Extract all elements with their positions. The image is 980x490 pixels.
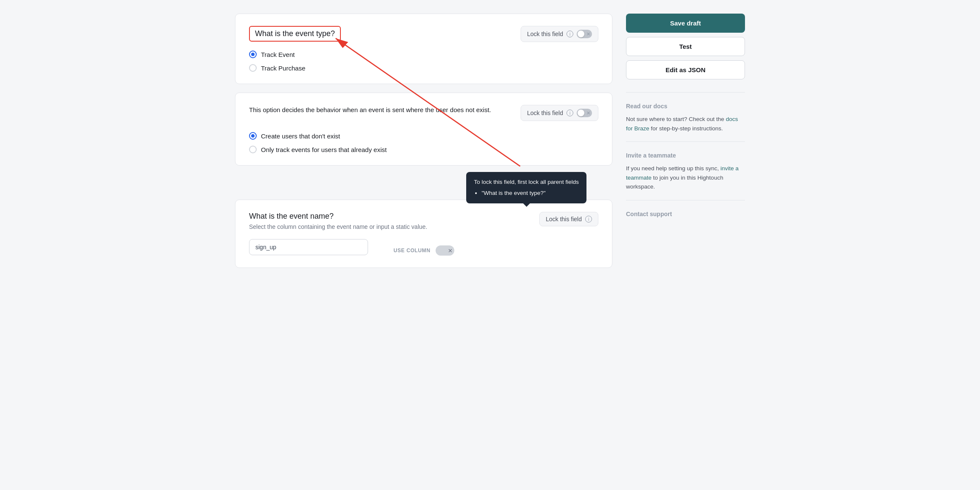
- radio-label-track-event: Track Event: [261, 51, 295, 58]
- event-type-radio-group: Track Event Track Purchase: [249, 51, 598, 72]
- info-icon-2[interactable]: i: [566, 110, 573, 116]
- event-name-subtitle: Select the column containing the event n…: [249, 223, 427, 230]
- lock-toggle-1[interactable]: ✕: [577, 30, 592, 38]
- lock-field-event-name: Lock this field i: [539, 212, 598, 226]
- radio-label-track-purchase: Track Purchase: [261, 65, 305, 72]
- user-behavior-radio-group: Create users that don't exist Only track…: [249, 132, 598, 153]
- edit-as-json-button[interactable]: Edit as JSON: [626, 60, 745, 79]
- radio-circle-track-event: [249, 51, 257, 58]
- radio-track-event[interactable]: Track Event: [249, 51, 598, 58]
- lock-field-user-behavior: Lock this field i ✕: [521, 105, 598, 121]
- tooltip-arrow: [523, 203, 530, 207]
- invite-teammate-text: If you need help setting up this sync, i…: [626, 164, 745, 191]
- save-draft-button[interactable]: Save draft: [626, 14, 745, 33]
- user-behavior-card: This option decides the behavior when an…: [235, 93, 612, 166]
- tooltip-list: "What is the event type?": [474, 189, 579, 197]
- read-docs-text: Not sure where to start? Check out the d…: [626, 115, 745, 133]
- sidebar-contact-support-section: Contact support: [626, 211, 745, 217]
- card-header-event-type: What is the event type? Lock this field …: [249, 26, 598, 42]
- event-name-input-row: USE COLUMN ✕: [249, 239, 598, 256]
- radio-circle-create-users: [249, 132, 257, 140]
- info-icon-3[interactable]: i: [585, 216, 592, 222]
- sidebar-invite-section: Invite a teammate If you need help setti…: [626, 152, 745, 191]
- sidebar: Save draft Test Edit as JSON Read our do…: [626, 14, 745, 476]
- radio-label-only-track: Only track events for users that already…: [261, 146, 387, 153]
- card-header-user-behavior: This option decides the behavior when an…: [249, 105, 598, 124]
- read-docs-title: Read our docs: [626, 103, 745, 110]
- lock-toggle-2[interactable]: ✕: [577, 109, 592, 117]
- lock-field-label-1: Lock this field: [527, 31, 563, 37]
- use-column-toggle[interactable]: ✕: [436, 245, 454, 256]
- radio-circle-track-purchase: [249, 64, 257, 72]
- radio-track-purchase[interactable]: Track Purchase: [249, 64, 598, 72]
- use-column-toggle-x: ✕: [448, 248, 453, 254]
- radio-create-users[interactable]: Create users that don't exist: [249, 132, 598, 140]
- sidebar-divider-1: [626, 92, 745, 93]
- lock-field-event-type: Lock this field i ✕: [521, 26, 598, 42]
- invite-teammate-title: Invite a teammate: [626, 152, 745, 159]
- lock-tooltip: To lock this field, first lock all paren…: [466, 172, 586, 204]
- radio-circle-only-track: [249, 146, 257, 153]
- use-column-row: USE COLUMN ✕: [394, 245, 454, 256]
- radio-label-create-users: Create users that don't exist: [261, 132, 340, 140]
- event-name-input[interactable]: [249, 239, 368, 255]
- sidebar-read-docs-section: Read our docs Not sure where to start? C…: [626, 103, 745, 133]
- card-header-event-name: What is the event name? Select the colum…: [249, 212, 598, 230]
- sidebar-divider-3: [626, 200, 745, 200]
- tooltip-message: To lock this field, first lock all paren…: [474, 179, 579, 185]
- info-icon-1[interactable]: i: [566, 31, 573, 37]
- event-name-header-left: What is the event name? Select the colum…: [249, 212, 427, 230]
- event-name-card: What is the event name? Select the colum…: [235, 200, 612, 268]
- read-docs-suffix: for step-by-step instructions.: [651, 125, 723, 132]
- contact-support-title: Contact support: [626, 211, 745, 217]
- sidebar-divider-2: [626, 141, 745, 142]
- tooltip-list-item-1: "What is the event type?": [482, 189, 579, 197]
- radio-only-track[interactable]: Only track events for users that already…: [249, 146, 598, 153]
- user-behavior-description: This option decides the behavior when an…: [249, 105, 491, 115]
- event-name-title: What is the event name?: [249, 212, 427, 221]
- use-column-label: USE COLUMN: [394, 248, 431, 253]
- lock-field-label-3: Lock this field: [546, 216, 582, 222]
- event-type-title: What is the event type?: [249, 26, 341, 42]
- test-button[interactable]: Test: [626, 37, 745, 56]
- lock-field-label-2: Lock this field: [527, 110, 563, 116]
- event-type-card: What is the event type? Lock this field …: [235, 14, 612, 84]
